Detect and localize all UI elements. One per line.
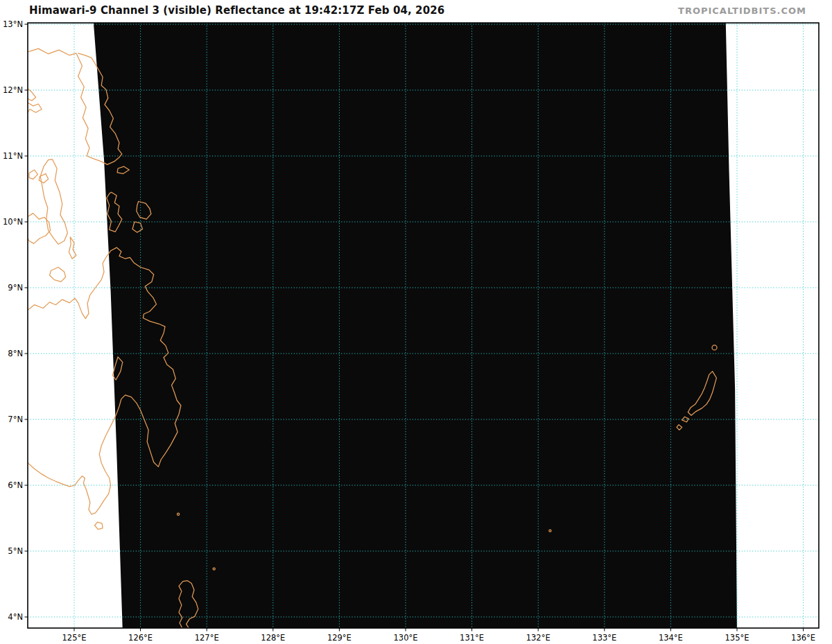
lon-tick-label: 131°E	[460, 633, 484, 643]
lat-tick-label: 9°N	[8, 283, 23, 293]
lat-tick-label: 7°N	[8, 415, 23, 424]
lon-tick-label: 135°E	[725, 633, 749, 643]
lat-tick-label: 5°N	[8, 546, 23, 556]
lon-tick-label: 130°E	[394, 633, 418, 643]
lat-tick-label: 4°N	[8, 612, 23, 622]
lat-tick-label: 6°N	[8, 480, 23, 490]
lat-tick-label: 8°N	[8, 349, 23, 358]
lat-tick-label: 11°N	[3, 151, 23, 161]
lon-tick-label: 136°E	[791, 633, 815, 643]
lon-tick-label: 134°E	[659, 633, 683, 643]
lon-tick-label: 125°E	[62, 633, 87, 643]
lat-tick-label: 10°N	[3, 217, 23, 227]
lon-tick-label: 129°E	[327, 633, 352, 643]
satellite-map-figure: Himawari-9 Channel 3 (visible) Reflectan…	[0, 0, 832, 644]
lat-tick-label: 13°N	[3, 19, 23, 29]
lon-tick-label: 128°E	[261, 633, 285, 643]
lat-tick-label: 12°N	[3, 85, 23, 95]
satellite-map-plot: 125°E126°E127°E128°E129°E130°E131°E132°E…	[0, 0, 832, 644]
satellite-swath	[94, 21, 737, 630]
lon-tick-label: 127°E	[195, 633, 219, 643]
lon-tick-label: 132°E	[526, 633, 551, 643]
lon-tick-label: 126°E	[128, 633, 153, 643]
lon-tick-label: 133°E	[592, 633, 616, 643]
